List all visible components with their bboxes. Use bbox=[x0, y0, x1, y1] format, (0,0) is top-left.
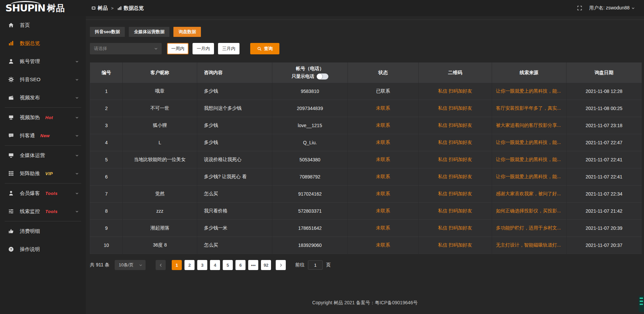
cell-status: 未联系 bbox=[348, 151, 419, 168]
cell-source-link[interactable]: 客厅安装投影半年多了，真实... bbox=[492, 100, 566, 117]
cell-nickname bbox=[123, 168, 197, 186]
cell-qr-links[interactable]: 私信 扫码加好友 bbox=[418, 83, 492, 100]
cell-qr-links[interactable]: 私信 扫码加好友 bbox=[418, 186, 492, 203]
sidebar-item-media-ops[interactable]: 全媒体运营 bbox=[0, 146, 86, 164]
period-month[interactable]: 一月内 bbox=[193, 43, 214, 54]
pagination: 共 911 条 10条/页 1 2 3 4 5 bbox=[90, 260, 642, 270]
breadcrumb-data-overview[interactable]: 数据总览 bbox=[117, 5, 144, 11]
cell-date: 2021-11-07 20:39 bbox=[566, 220, 642, 237]
cell-source-link[interactable]: 如何正确选择投影仪，买投影... bbox=[492, 203, 566, 220]
sidebar-item-douketong[interactable]: 抖客通 New bbox=[0, 126, 86, 145]
total-count: 共 911 条 bbox=[90, 262, 109, 268]
page-2[interactable]: 2 bbox=[184, 260, 195, 270]
phone-only-toggle[interactable] bbox=[317, 73, 328, 80]
chevron-down-icon bbox=[75, 209, 79, 214]
footer-copyright: Copyright 树品 2021 备案号：粤ICP备09019646号 bbox=[86, 300, 644, 306]
cell-date: 2021-11-07 21:42 bbox=[566, 203, 642, 220]
page-3[interactable]: 3 bbox=[197, 260, 207, 270]
goto-page-input[interactable] bbox=[308, 260, 323, 270]
widget-icon bbox=[91, 6, 96, 10]
cell-no: 1 bbox=[90, 83, 123, 100]
cell-source-link[interactable]: 让你一眼就爱上的黑科技，能... bbox=[492, 134, 566, 151]
cell-source-link[interactable]: 无主灯设计，智能磁吸轨道灯... bbox=[492, 237, 566, 254]
period-week[interactable]: 一周内 bbox=[167, 43, 189, 54]
page-more[interactable]: ••• bbox=[248, 260, 258, 270]
cell-nickname: zzz bbox=[123, 203, 197, 220]
cell-account: 178651642 bbox=[272, 220, 347, 237]
chevron-down-icon bbox=[154, 46, 158, 51]
cell-source-link[interactable]: 让你一眼就爱上的黑科技，能... bbox=[492, 168, 566, 186]
cell-qr-links[interactable]: 私信 扫码加好友 bbox=[418, 237, 492, 254]
cell-source-link[interactable]: 感谢大家喜欢我家，被问了好... bbox=[492, 186, 566, 203]
sidebar-item-help[interactable]: 操作说明 bbox=[0, 240, 86, 258]
tab-media-ops-data[interactable]: 全媒体运营数据 bbox=[129, 27, 169, 37]
cell-date: 2021-11-08 12:28 bbox=[566, 83, 642, 100]
sidebar-item-video-heat[interactable]: 视频加热 Hot bbox=[0, 108, 86, 126]
sidebar-item-label: 消费明细 bbox=[20, 228, 40, 234]
prev-page-button[interactable] bbox=[156, 260, 166, 270]
sidebar-item-badge: Tools bbox=[45, 209, 58, 214]
sidebar-divider bbox=[5, 145, 81, 146]
page-6[interactable]: 6 bbox=[235, 260, 246, 270]
sidebar-item-clue-monitor[interactable]: 线索监控 Tools bbox=[0, 202, 86, 220]
sidebar-item-data-overview[interactable]: 数据总览 bbox=[0, 34, 86, 52]
cell-content: 多少钱 bbox=[197, 83, 272, 100]
page-size-select[interactable]: 10条/页 bbox=[115, 260, 146, 270]
cell-date: 2021-11-07 22:41 bbox=[566, 168, 642, 186]
chat-widget[interactable] bbox=[639, 296, 644, 312]
cell-status: 已联系 bbox=[348, 83, 419, 100]
cell-qr-links[interactable]: 私信 扫码加好友 bbox=[418, 203, 492, 220]
sidebar-item-account-manage[interactable]: 账号管理 bbox=[0, 52, 86, 70]
user-icon bbox=[8, 58, 15, 64]
sidebar-item-member-baoke[interactable]: 会员爆客 Tools bbox=[0, 184, 86, 202]
col-status: 状态 bbox=[348, 63, 419, 83]
goto-label: 前往 bbox=[295, 262, 305, 268]
cell-source-link[interactable]: 多功能护栏灯，适用于乡村文... bbox=[492, 220, 566, 237]
chat-icon bbox=[8, 133, 15, 139]
col-nickname: 客户昵称 bbox=[123, 63, 197, 83]
period-three-month[interactable]: 三月内 bbox=[218, 43, 239, 54]
page-1[interactable]: 1 bbox=[172, 260, 182, 270]
cell-content: 怎么买 bbox=[197, 237, 272, 254]
cell-status: 未联系 bbox=[348, 237, 419, 254]
table-row: 2 不可一世 我想问这个多少钱 2097344839 未联系 私信 扫码加好友 … bbox=[90, 100, 642, 117]
sidebar-item-label: 线索监控 bbox=[20, 208, 40, 215]
cell-no: 8 bbox=[90, 203, 123, 220]
user-menu[interactable]: 用户名: zswodun88 bbox=[589, 5, 635, 11]
cell-status: 未联系 bbox=[348, 117, 419, 134]
tab-inquiry-data[interactable]: 询盘数据 bbox=[173, 27, 201, 37]
cell-source-link[interactable]: 被大家追着问的客厅投影分享... bbox=[492, 117, 566, 134]
cell-nickname: 不可一世 bbox=[123, 100, 197, 117]
sidebar-item-consume-detail[interactable]: 消费明细 bbox=[0, 222, 86, 240]
fullscreen-button[interactable] bbox=[577, 5, 582, 11]
search-button[interactable]: 查询 bbox=[250, 43, 279, 54]
cell-qr-links[interactable]: 私信 扫码加好友 bbox=[418, 168, 492, 186]
sidebar-divider bbox=[5, 183, 81, 184]
cell-qr-links[interactable]: 私信 扫码加好友 bbox=[418, 134, 492, 151]
cell-content: 多少钱一米 bbox=[197, 220, 272, 237]
person-icon bbox=[8, 190, 15, 196]
breadcrumb-home[interactable]: 树品 bbox=[91, 5, 108, 11]
tab-douyin-seo-data[interactable]: 抖音seo数据 bbox=[90, 27, 125, 37]
sidebar-item-video-publish[interactable]: 视频发布 bbox=[0, 89, 86, 107]
page-92[interactable]: 92 bbox=[261, 260, 271, 270]
cell-source-link[interactable]: 让你一眼就爱上的黑科技，能... bbox=[492, 151, 566, 168]
sidebar-item-douyin-seo[interactable]: 抖音SEO bbox=[0, 70, 86, 89]
sidebar-item-matrix-boost[interactable]: 矩阵助推 VIP bbox=[0, 164, 86, 182]
col-source: 线索来源 bbox=[492, 63, 566, 83]
cell-qr-links[interactable]: 私信 扫码加好友 bbox=[418, 117, 492, 134]
bar-chart-icon bbox=[117, 6, 122, 11]
cell-qr-links[interactable]: 私信 扫码加好友 bbox=[418, 220, 492, 237]
cell-source-link[interactable]: 让你一眼就爱上的黑科技，能... bbox=[492, 83, 566, 100]
filter-select[interactable]: 请选择 bbox=[90, 43, 162, 54]
screen-icon bbox=[8, 114, 15, 120]
next-page-button[interactable] bbox=[276, 260, 286, 270]
cell-qr-links[interactable]: 私信 扫码加好友 bbox=[418, 100, 492, 117]
page-5[interactable]: 5 bbox=[223, 260, 233, 270]
sidebar-item-home[interactable]: 首页 bbox=[0, 16, 86, 34]
cell-nickname: 哦章 bbox=[123, 83, 197, 100]
page-4[interactable]: 4 bbox=[210, 260, 220, 270]
table-row: 5 当地比较能吃的一位美女 说说价格让我死心 50534380 未联系 私信 扫… bbox=[90, 151, 642, 168]
cell-qr-links[interactable]: 私信 扫码加好友 bbox=[418, 151, 492, 168]
sidebar-item-label: 数据总览 bbox=[20, 40, 40, 47]
